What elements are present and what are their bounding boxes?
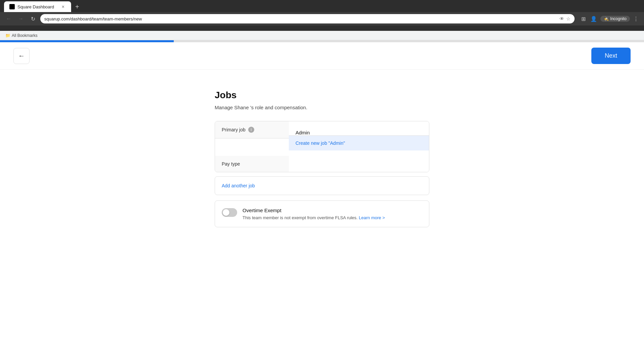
toggle-knob — [223, 209, 229, 216]
primary-job-label-cell: Primary job i — [215, 121, 289, 138]
jobs-form-section: Primary job i Create new job "Admin" — [215, 121, 429, 227]
add-another-job-container[interactable]: Add another job — [215, 176, 429, 195]
back-button[interactable]: ← — [13, 48, 30, 64]
page-content: ← Next Jobs Manage Shane 's role and com… — [0, 40, 644, 362]
form-container: Jobs Manage Shane 's role and compensati… — [215, 90, 429, 351]
overtime-toggle[interactable] — [222, 208, 237, 217]
bookmarks-label: All Bookmarks — [12, 33, 38, 38]
next-button[interactable]: Next — [591, 48, 631, 64]
overtime-text: Overtime Exempt This team member is not … — [243, 207, 422, 220]
tab-close-button[interactable]: × — [60, 4, 66, 9]
star-icon[interactable]: ☆ — [566, 16, 571, 21]
toolbar: ← Next — [0, 42, 644, 70]
browser-chrome: Square Dashboard × + ← → ↻ squarup.com/d… — [0, 0, 644, 31]
pay-type-value-cell[interactable] — [289, 156, 429, 172]
browser-right-controls: ⊞ 👤 🕵 Incognito ⋮ — [580, 14, 640, 23]
main-content: Jobs Manage Shane 's role and compensati… — [0, 70, 644, 362]
bookmarks-bar: 📁 All Bookmarks — [0, 31, 644, 40]
pay-type-row: Pay type — [215, 156, 429, 172]
active-tab[interactable]: Square Dashboard × — [4, 1, 71, 12]
all-bookmarks-item[interactable]: 📁 All Bookmarks — [5, 33, 38, 38]
url-text: squarup.com/dashboard/team/team-members/… — [44, 16, 557, 21]
profile-button[interactable]: 👤 — [589, 14, 598, 23]
primary-job-info-icon[interactable]: i — [248, 127, 254, 133]
primary-job-value-cell[interactable]: Create new job "Admin" — [289, 121, 429, 138]
bookmarks-folder-icon: 📁 — [5, 33, 10, 38]
address-bar-row: ← → ↻ squarup.com/dashboard/team/team-me… — [0, 12, 644, 25]
primary-job-label: Primary job — [222, 127, 246, 132]
overtime-title: Overtime Exempt — [243, 207, 422, 213]
address-bar[interactable]: squarup.com/dashboard/team/team-members/… — [40, 14, 575, 23]
create-new-job-link[interactable]: Create new job "Admin" — [296, 140, 345, 146]
learn-more-link[interactable]: Learn more > — [359, 215, 385, 220]
page-subtitle: Manage Shane 's role and compensation. — [215, 105, 429, 110]
incognito-label: Incognito — [610, 16, 627, 21]
pay-type-label-cell: Pay type — [215, 156, 289, 172]
menu-button[interactable]: ⋮ — [632, 14, 640, 23]
pay-type-label: Pay type — [222, 161, 240, 167]
page-title: Jobs — [215, 90, 429, 101]
eye-slash-icon: 👁 — [559, 16, 564, 21]
back-nav-button[interactable]: ← — [4, 14, 13, 23]
forward-nav-button[interactable]: → — [16, 14, 25, 23]
reload-button[interactable]: ↻ — [28, 14, 38, 23]
primary-job-input[interactable] — [296, 130, 422, 135]
incognito-badge: 🕵 Incognito — [600, 16, 630, 22]
overtime-desc-text: This team member is not exempt from over… — [243, 215, 358, 220]
incognito-icon: 🕵 — [604, 16, 609, 21]
overtime-card: Overtime Exempt This team member is not … — [215, 200, 429, 227]
tab-title: Square Dashboard — [17, 4, 58, 9]
tab-favicon — [9, 4, 15, 9]
add-another-job-link[interactable]: Add another job — [222, 183, 255, 188]
address-icons: 👁 ☆ — [559, 16, 571, 21]
overtime-description: This team member is not exempt from over… — [243, 215, 422, 220]
tab-bar: Square Dashboard × + — [0, 0, 644, 12]
primary-job-row: Primary job i Create new job "Admin" — [215, 121, 429, 138]
jobs-table: Primary job i Create new job "Admin" — [215, 121, 429, 172]
new-tab-button[interactable]: + — [72, 2, 82, 11]
extensions-button[interactable]: ⊞ — [580, 14, 587, 23]
primary-job-dropdown[interactable]: Create new job "Admin" — [296, 130, 422, 135]
job-suggestion-dropdown[interactable]: Create new job "Admin" — [289, 135, 429, 150]
